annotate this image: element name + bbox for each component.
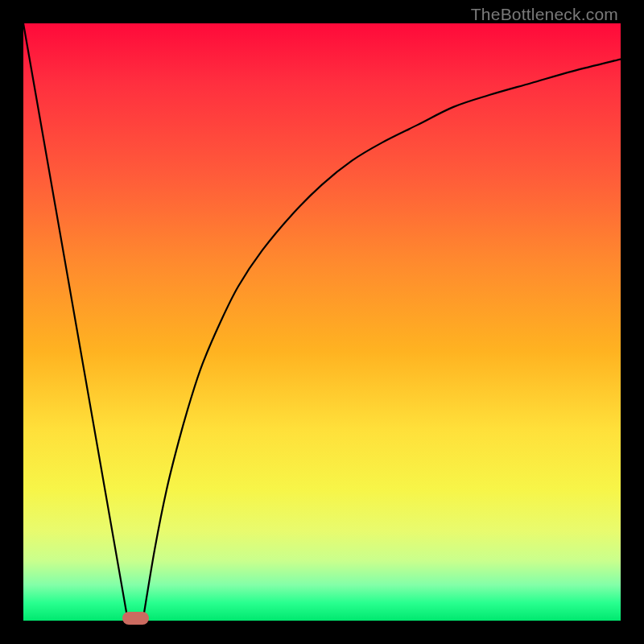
left-line [23, 23, 128, 621]
plot-area [23, 23, 621, 621]
chart-container: TheBottleneck.com [0, 0, 644, 644]
curve-svg [23, 23, 621, 621]
bottleneck-marker [122, 612, 149, 625]
right-curve [142, 60, 621, 621]
watermark-text: TheBottleneck.com [471, 5, 618, 24]
